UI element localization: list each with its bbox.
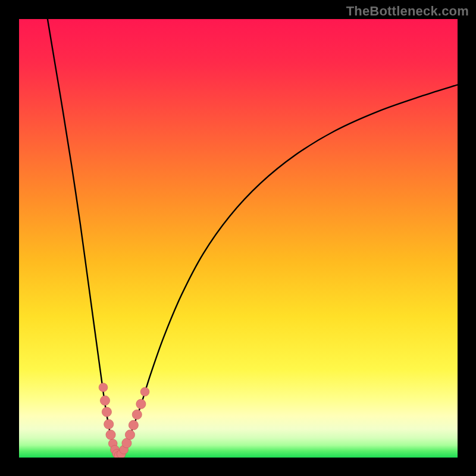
curve-right-branch: [119, 85, 458, 458]
marker-point: [136, 399, 146, 409]
marker-point: [125, 430, 134, 440]
curve-left-branch: [48, 19, 119, 458]
marker-point: [106, 430, 115, 440]
marker-point: [129, 420, 138, 430]
marker-point: [102, 407, 111, 416]
marker-point: [132, 410, 142, 419]
chart-frame: TheBottleneck.com: [0, 0, 476, 476]
chart-canvas: [19, 19, 458, 458]
marker-group: [99, 383, 149, 458]
marker-point: [140, 387, 149, 396]
plot-area: [19, 19, 458, 458]
marker-point: [104, 419, 114, 429]
watermark-text: TheBottleneck.com: [346, 4, 469, 19]
marker-point: [99, 383, 108, 392]
marker-point: [100, 396, 109, 405]
